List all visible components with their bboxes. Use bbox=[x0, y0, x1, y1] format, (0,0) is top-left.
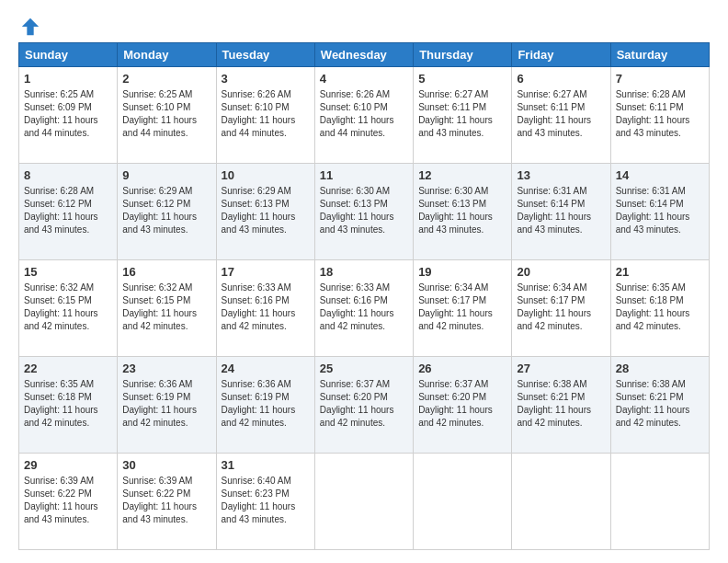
sunset-text: Sunset: 6:21 PM bbox=[616, 392, 684, 402]
sunrise-text: Sunrise: 6:32 AM bbox=[122, 282, 192, 293]
day-number: 30 bbox=[122, 457, 210, 474]
sunset-text: Sunset: 6:11 PM bbox=[418, 102, 486, 112]
sunset-text: Sunset: 6:18 PM bbox=[616, 295, 684, 305]
day-number: 10 bbox=[222, 167, 310, 184]
daylight-text: Daylight: 11 hours and 42 minutes. bbox=[222, 405, 296, 428]
day-number: 8 bbox=[24, 167, 112, 184]
sunrise-text: Sunrise: 6:38 AM bbox=[517, 379, 586, 389]
sunset-text: Sunset: 6:10 PM bbox=[320, 102, 388, 112]
day-number: 14 bbox=[616, 167, 704, 184]
calendar-table: SundayMondayTuesdayWednesdayThursdayFrid… bbox=[18, 42, 710, 550]
day-cell bbox=[610, 454, 709, 550]
sunset-text: Sunset: 6:13 PM bbox=[320, 199, 388, 209]
sunrise-text: Sunrise: 6:36 AM bbox=[222, 379, 291, 389]
day-header-saturday: Saturday bbox=[610, 43, 709, 67]
sunrise-text: Sunrise: 6:37 AM bbox=[320, 379, 390, 389]
daylight-text: Daylight: 11 hours and 43 minutes. bbox=[222, 212, 296, 235]
day-number: 20 bbox=[517, 264, 605, 281]
day-header-sunday: Sunday bbox=[19, 43, 118, 67]
day-header-wednesday: Wednesday bbox=[314, 43, 413, 67]
day-cell: 25Sunrise: 6:37 AMSunset: 6:20 PMDayligh… bbox=[314, 357, 413, 454]
daylight-text: Daylight: 11 hours and 43 minutes. bbox=[517, 212, 591, 235]
week-row-1: 1Sunrise: 6:25 AMSunset: 6:09 PMDaylight… bbox=[19, 67, 710, 164]
day-cell: 9Sunrise: 6:29 AMSunset: 6:12 PMDaylight… bbox=[118, 164, 216, 260]
week-row-5: 29Sunrise: 6:39 AMSunset: 6:22 PMDayligh… bbox=[19, 454, 710, 550]
daylight-text: Daylight: 11 hours and 43 minutes. bbox=[24, 212, 98, 235]
day-number: 16 bbox=[122, 264, 210, 281]
logo bbox=[18, 17, 40, 37]
daylight-text: Daylight: 11 hours and 43 minutes. bbox=[320, 212, 394, 235]
header bbox=[18, 17, 710, 37]
sunset-text: Sunset: 6:10 PM bbox=[122, 102, 190, 112]
daylight-text: Daylight: 11 hours and 44 minutes. bbox=[320, 115, 394, 138]
day-cell: 19Sunrise: 6:34 AMSunset: 6:17 PMDayligh… bbox=[414, 260, 512, 357]
day-cell: 3Sunrise: 6:26 AMSunset: 6:10 PMDaylight… bbox=[216, 67, 314, 164]
daylight-text: Daylight: 11 hours and 43 minutes. bbox=[517, 115, 591, 138]
day-cell: 10Sunrise: 6:29 AMSunset: 6:13 PMDayligh… bbox=[216, 164, 314, 260]
day-cell: 11Sunrise: 6:30 AMSunset: 6:13 PMDayligh… bbox=[314, 164, 413, 260]
day-cell: 13Sunrise: 6:31 AMSunset: 6:14 PMDayligh… bbox=[512, 164, 610, 260]
day-cell: 27Sunrise: 6:38 AMSunset: 6:21 PMDayligh… bbox=[512, 357, 610, 454]
day-number: 9 bbox=[122, 167, 210, 184]
sunset-text: Sunset: 6:15 PM bbox=[122, 295, 190, 305]
sunset-text: Sunset: 6:13 PM bbox=[418, 199, 486, 209]
day-cell: 29Sunrise: 6:39 AMSunset: 6:22 PMDayligh… bbox=[19, 454, 118, 550]
day-cell: 7Sunrise: 6:28 AMSunset: 6:11 PMDaylight… bbox=[610, 67, 709, 164]
sunset-text: Sunset: 6:09 PM bbox=[24, 102, 92, 112]
day-cell: 17Sunrise: 6:33 AMSunset: 6:16 PMDayligh… bbox=[216, 260, 314, 357]
sunset-text: Sunset: 6:23 PM bbox=[222, 488, 290, 499]
day-cell: 15Sunrise: 6:32 AMSunset: 6:15 PMDayligh… bbox=[19, 260, 118, 357]
day-cell: 21Sunrise: 6:35 AMSunset: 6:18 PMDayligh… bbox=[610, 260, 709, 357]
sunrise-text: Sunrise: 6:33 AM bbox=[320, 282, 390, 293]
daylight-text: Daylight: 11 hours and 43 minutes. bbox=[418, 212, 493, 235]
day-number: 19 bbox=[418, 264, 506, 281]
day-cell: 18Sunrise: 6:33 AMSunset: 6:16 PMDayligh… bbox=[314, 260, 413, 357]
daylight-text: Daylight: 11 hours and 42 minutes. bbox=[24, 405, 98, 428]
sunset-text: Sunset: 6:11 PM bbox=[517, 102, 585, 112]
sunset-text: Sunset: 6:17 PM bbox=[517, 295, 585, 305]
day-number: 22 bbox=[24, 361, 112, 377]
header-row: SundayMondayTuesdayWednesdayThursdayFrid… bbox=[19, 43, 710, 67]
sunrise-text: Sunrise: 6:27 AM bbox=[517, 89, 586, 99]
day-number: 7 bbox=[616, 71, 704, 87]
day-number: 28 bbox=[616, 361, 704, 377]
day-number: 4 bbox=[320, 71, 408, 87]
sunrise-text: Sunrise: 6:39 AM bbox=[24, 476, 94, 486]
day-cell: 26Sunrise: 6:37 AMSunset: 6:20 PMDayligh… bbox=[414, 357, 512, 454]
sunset-text: Sunset: 6:13 PM bbox=[222, 199, 290, 209]
day-cell: 12Sunrise: 6:30 AMSunset: 6:13 PMDayligh… bbox=[414, 164, 512, 260]
day-number: 25 bbox=[320, 361, 408, 377]
sunset-text: Sunset: 6:15 PM bbox=[24, 295, 92, 305]
sunset-text: Sunset: 6:17 PM bbox=[418, 295, 486, 305]
day-cell: 4Sunrise: 6:26 AMSunset: 6:10 PMDaylight… bbox=[314, 67, 413, 164]
daylight-text: Daylight: 11 hours and 43 minutes. bbox=[122, 501, 197, 524]
sunrise-text: Sunrise: 6:39 AM bbox=[122, 476, 192, 486]
daylight-text: Daylight: 11 hours and 42 minutes. bbox=[320, 308, 394, 331]
day-number: 5 bbox=[418, 71, 506, 87]
daylight-text: Daylight: 11 hours and 43 minutes. bbox=[418, 115, 493, 138]
sunrise-text: Sunrise: 6:28 AM bbox=[616, 89, 686, 99]
sunrise-text: Sunrise: 6:30 AM bbox=[418, 186, 488, 196]
sunrise-text: Sunrise: 6:29 AM bbox=[222, 186, 291, 196]
day-number: 24 bbox=[222, 361, 310, 377]
sunrise-text: Sunrise: 6:27 AM bbox=[418, 89, 488, 99]
day-cell: 30Sunrise: 6:39 AMSunset: 6:22 PMDayligh… bbox=[118, 454, 216, 550]
sunrise-text: Sunrise: 6:30 AM bbox=[320, 186, 390, 196]
svg-marker-0 bbox=[22, 18, 39, 35]
day-number: 12 bbox=[418, 167, 506, 184]
sunset-text: Sunset: 6:19 PM bbox=[122, 392, 190, 402]
sunset-text: Sunset: 6:14 PM bbox=[517, 199, 585, 209]
day-header-friday: Friday bbox=[512, 43, 610, 67]
sunset-text: Sunset: 6:21 PM bbox=[517, 392, 585, 402]
daylight-text: Daylight: 11 hours and 42 minutes. bbox=[418, 308, 493, 331]
daylight-text: Daylight: 11 hours and 42 minutes. bbox=[616, 405, 690, 428]
day-cell bbox=[414, 454, 512, 550]
sunrise-text: Sunrise: 6:40 AM bbox=[222, 476, 291, 486]
sunset-text: Sunset: 6:16 PM bbox=[320, 295, 388, 305]
day-number: 13 bbox=[517, 167, 605, 184]
sunset-text: Sunset: 6:11 PM bbox=[616, 102, 684, 112]
day-cell: 22Sunrise: 6:35 AMSunset: 6:18 PMDayligh… bbox=[19, 357, 118, 454]
day-cell: 5Sunrise: 6:27 AMSunset: 6:11 PMDaylight… bbox=[414, 67, 512, 164]
day-cell: 23Sunrise: 6:36 AMSunset: 6:19 PMDayligh… bbox=[118, 357, 216, 454]
sunrise-text: Sunrise: 6:36 AM bbox=[122, 379, 192, 389]
